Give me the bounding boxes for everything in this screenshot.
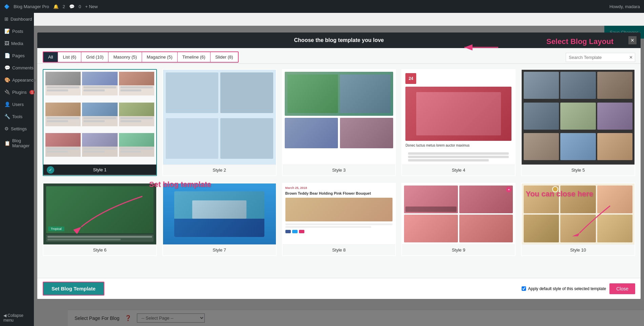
sidebar-label-users: Users [12, 102, 24, 107]
modal-footer: Set Blog Template Apply default style of… [37, 278, 641, 299]
sidebar-label-posts: Posts [12, 29, 23, 34]
style4-label: Style 4 [402, 165, 515, 175]
apply-default-label: Apply default style of this selected tem… [528, 286, 606, 291]
modal-header: Choose the blog template you love ✕ [37, 32, 641, 48]
site-name: Blog Manager Pro [14, 4, 49, 9]
style8-label: Style 8 [283, 244, 396, 255]
search-clear-button[interactable]: ✕ [627, 53, 635, 61]
style7-label: Style 7 [163, 244, 276, 255]
template-style8[interactable]: March 25, 2018 Brown Teddy Bear Holding … [282, 183, 396, 256]
new-button[interactable]: + New [85, 4, 98, 9]
sidebar-label-comments: Comments [12, 65, 34, 70]
sidebar-item-media[interactable]: 🖼 Media [0, 37, 34, 49]
template-style5[interactable]: Style 5 [521, 69, 635, 176]
modal-title: Choose the blog template you love [294, 37, 384, 43]
sidebar-item-comments[interactable]: 💬 Comments [0, 62, 34, 74]
tab-magazine[interactable]: Magazine (5) [142, 52, 177, 62]
sidebar-label-appearance: Appearance [12, 78, 36, 83]
tab-list[interactable]: List (6) [58, 52, 81, 62]
sidebar-item-posts[interactable]: 📝 Posts [0, 25, 34, 37]
template-style4[interactable]: 24 Donec luctus metus lorem auctor maxim… [401, 69, 516, 176]
sidebar: ⊞ Dashboard 📝 Posts 🖼 Media 📄 Pages 💬 Co… [0, 13, 34, 326]
users-icon: 👤 [4, 102, 10, 107]
style7-preview [163, 183, 276, 244]
style10-preview [522, 183, 635, 244]
tab-all[interactable]: All [43, 52, 58, 62]
sidebar-item-appearance[interactable]: 🎨 Appearance [0, 74, 34, 86]
style2-label: Style 2 [163, 165, 276, 175]
posts-icon: 📝 [4, 28, 10, 34]
admin-bar: 🔷 Blog Manager Pro 🔔 2 💬 0 + New Howdy, … [0, 0, 644, 13]
style1-preview [43, 70, 156, 165]
collapse-icon: ◀ [3, 313, 6, 318]
template-style9[interactable]: ✦ Style 9 [401, 183, 516, 256]
style5-label: Style 5 [522, 165, 635, 175]
tabs-group: All List (6) Grid (10) Masonry (5) Magaz… [43, 51, 239, 63]
tab-masonry[interactable]: Masonry (5) [108, 52, 141, 62]
sidebar-item-pages[interactable]: 📄 Pages [0, 49, 34, 62]
plugins-icon: 🔌 [4, 89, 10, 95]
set-template-button[interactable]: Set Blog Template [43, 282, 104, 296]
search-box: ✕ [566, 53, 635, 62]
sidebar-label-dashboard: Dashboard [11, 17, 32, 22]
style4-preview: 24 Donec luctus metus lorem auctor maxim… [402, 70, 515, 165]
settings-icon: ⚙ [4, 126, 9, 131]
template-style6[interactable]: Tropical Style 6 [43, 183, 157, 256]
template-style1[interactable]: ✓ Style 1 [43, 69, 157, 176]
modal-close-x-button[interactable]: ✕ [628, 36, 637, 44]
style7-name: Style 7 [213, 247, 226, 253]
style10-label: Style 10 [522, 244, 635, 255]
comments-icon: 💬 [4, 65, 10, 70]
sidebar-item-blog-manager[interactable]: 📋 Blog Manager [0, 135, 34, 152]
sidebar-item-users[interactable]: 👤 Users [0, 98, 34, 110]
template-row-1: ✓ Style 1 [43, 69, 635, 176]
style6-name: Style 6 [93, 247, 107, 253]
main-content: Save Changes Choose the blog template yo… [34, 26, 644, 326]
collapse-menu[interactable]: ◀ Collapse menu [0, 310, 34, 326]
style8-preview: March 25, 2018 Brown Teddy Bear Holding … [283, 183, 396, 244]
modal-overlay: Choose the blog template you love ✕ All … [34, 26, 644, 326]
sidebar-label-media: Media [11, 41, 23, 46]
tab-timeline[interactable]: Timeline (6) [177, 52, 210, 62]
style8-name: Style 8 [332, 247, 346, 253]
sidebar-item-plugins[interactable]: 🔌 Plugins 1 [0, 86, 34, 98]
wp-logo: 🔷 [4, 4, 9, 9]
style5-preview [522, 70, 635, 165]
style3-preview [283, 70, 396, 165]
style1-check: ✓ [47, 166, 54, 174]
tab-slider[interactable]: Slider (8) [210, 52, 238, 62]
template-style7[interactable]: Style 7 [162, 183, 277, 256]
dashboard-icon: ⊞ [4, 16, 8, 22]
tab-grid[interactable]: Grid (10) [81, 52, 108, 62]
notifications-icon[interactable]: 🔔 [53, 4, 59, 9]
sidebar-label-blog-manager: Blog Manager [12, 138, 31, 148]
comments-icon[interactable]: 💬 [69, 4, 75, 9]
sidebar-label-tools: Tools [12, 114, 22, 119]
style6-label: Style 6 [43, 244, 156, 255]
apply-default-input[interactable] [522, 286, 526, 291]
template-row-2: Tropical Style 6 [43, 183, 635, 256]
template-style3[interactable]: Style 3 [282, 69, 396, 176]
tools-icon: 🔧 [4, 114, 10, 119]
apply-default-checkbox: Apply default style of this selected tem… [522, 286, 606, 291]
style1-label: ✓ Style 1 [43, 165, 156, 175]
template-style2[interactable]: Style 2 [162, 69, 277, 176]
style10-name: Style 10 [570, 247, 586, 253]
template-style10[interactable]: Style 10 [521, 183, 635, 256]
search-input[interactable] [566, 53, 627, 62]
appearance-icon: 🎨 [4, 77, 10, 83]
style6-preview: Tropical [43, 183, 156, 244]
modal-dialog: Choose the blog template you love ✕ All … [37, 32, 641, 299]
style9-label: Style 9 [402, 244, 515, 255]
sidebar-item-settings[interactable]: ⚙ Settings [0, 123, 34, 135]
sidebar-item-tools[interactable]: 🔧 Tools [0, 110, 34, 123]
modal-body: ✓ Style 1 [37, 64, 641, 278]
media-icon: 🖼 [4, 41, 9, 46]
sidebar-item-dashboard[interactable]: ⊞ Dashboard [0, 13, 34, 25]
style3-label: Style 3 [283, 165, 396, 175]
pages-icon: 📄 [4, 53, 10, 58]
comments-count: 0 [79, 4, 81, 9]
close-button[interactable]: Close [609, 283, 635, 294]
style9-preview: ✦ [402, 183, 515, 244]
style2-preview [163, 70, 276, 165]
